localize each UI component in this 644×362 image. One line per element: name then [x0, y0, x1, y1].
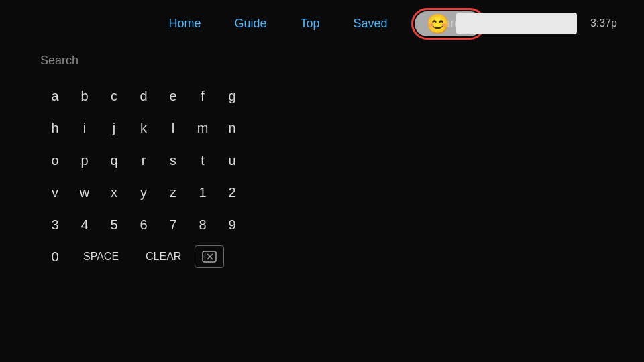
key-r[interactable]: r [129, 145, 158, 175]
time-display: 3:37p [590, 17, 617, 29]
keyboard-row-4: v w x y z 1 2 [40, 178, 604, 207]
key-space[interactable]: SPACE [72, 242, 129, 272]
key-5[interactable]: 5 [99, 210, 129, 239]
key-1[interactable]: 1 [188, 178, 217, 207]
key-2[interactable]: 2 [217, 178, 247, 207]
keyboard-row-3: o p q r s t u [40, 145, 604, 175]
key-x[interactable]: x [99, 178, 129, 207]
keyboard-row-2: h i j k l m n [40, 113, 604, 143]
key-n[interactable]: n [217, 113, 247, 143]
key-q[interactable]: q [99, 145, 129, 175]
key-k[interactable]: k [129, 113, 158, 143]
nav-saved[interactable]: Saved [347, 13, 394, 35]
key-u[interactable]: u [217, 145, 247, 175]
key-i[interactable]: i [70, 113, 99, 143]
key-7[interactable]: 7 [158, 210, 188, 239]
nav-right: 😊 3:37p [426, 13, 617, 35]
key-o[interactable]: o [40, 145, 70, 175]
key-z[interactable]: z [158, 178, 188, 207]
key-f[interactable]: f [188, 81, 217, 111]
keyboard: a b c d e f g h i j k l m n o p q r s t … [40, 81, 604, 272]
main-content: Search a b c d e f g h i j k l m n o p q… [0, 47, 644, 278]
key-3[interactable]: 3 [40, 210, 70, 239]
smiley-icon: 😊 [426, 13, 449, 35]
nav-top[interactable]: Top [293, 13, 326, 35]
key-clear[interactable]: CLEAR [135, 242, 192, 272]
key-h[interactable]: h [40, 113, 70, 143]
key-6[interactable]: 6 [129, 210, 158, 239]
key-a[interactable]: a [40, 81, 70, 111]
keyboard-row-6: 0 SPACE CLEAR [40, 242, 604, 272]
key-l[interactable]: l [158, 113, 188, 143]
nav-guide[interactable]: Guide [227, 13, 273, 35]
key-j[interactable]: j [99, 113, 129, 143]
search-label: Search [40, 54, 604, 68]
key-8[interactable]: 8 [188, 210, 217, 239]
key-9[interactable]: 9 [217, 210, 247, 239]
key-p[interactable]: p [70, 145, 99, 175]
nav-home[interactable]: Home [162, 13, 207, 35]
search-input[interactable] [456, 13, 577, 34]
key-g[interactable]: g [217, 81, 247, 111]
key-e[interactable]: e [158, 81, 188, 111]
key-0[interactable]: 0 [40, 242, 70, 272]
navbar: Home Guide Top Saved Search 😊 3:37p [0, 0, 644, 47]
key-w[interactable]: w [70, 178, 99, 207]
key-s[interactable]: s [158, 145, 188, 175]
keyboard-row-5: 3 4 5 6 7 8 9 [40, 210, 604, 239]
key-y[interactable]: y [129, 178, 158, 207]
key-d[interactable]: d [129, 81, 158, 111]
key-v[interactable]: v [40, 178, 70, 207]
keyboard-row-1: a b c d e f g [40, 81, 604, 111]
key-4[interactable]: 4 [70, 210, 99, 239]
key-t[interactable]: t [188, 145, 217, 175]
key-m[interactable]: m [188, 113, 217, 143]
key-c[interactable]: c [99, 81, 129, 111]
key-backspace[interactable] [195, 245, 224, 268]
key-b[interactable]: b [70, 81, 99, 111]
